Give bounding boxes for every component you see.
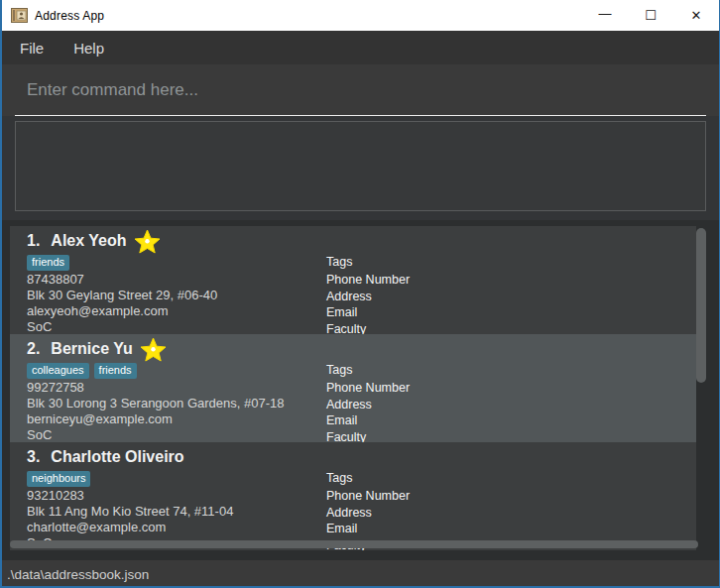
field-label: Tags [326, 253, 696, 272]
field-label: Tags [326, 361, 696, 380]
favorite-star-icon [134, 229, 161, 254]
window-title: Address App [35, 9, 104, 23]
favorite-star-icon [140, 337, 167, 362]
field-label-column: Tags Phone Number Address Email Faculty [326, 230, 696, 334]
field-label: Address [326, 289, 696, 305]
app-icon [11, 8, 28, 23]
field-label: Email [326, 521, 696, 537]
horizontal-scrollbar-thumb[interactable] [10, 540, 698, 548]
person-name: Charlotte Oliveiro [51, 448, 183, 466]
person-email: charlotte@example.com [27, 520, 326, 535]
person-address: Blk 30 Geylang Street 29, #06-40 [27, 288, 326, 303]
result-pane [2, 116, 719, 220]
person-card[interactable]: 2. Bernice Yu colleaguesfriends 99272758… [10, 334, 696, 442]
person-address: Blk 11 Ang Mo Kio Street 74, #11-04 [27, 504, 326, 520]
tag-badge: friends [94, 363, 137, 379]
field-label: Tags [326, 469, 696, 488]
field-label: Phone Number [326, 488, 696, 505]
bottom-gap [2, 552, 719, 560]
person-name: Bernice Yu [51, 340, 132, 358]
vertical-scrollbar-thumb[interactable] [696, 228, 706, 383]
menu-help[interactable]: Help [73, 40, 104, 57]
person-name: Alex Yeoh [51, 232, 126, 250]
person-faculty: SoC [27, 427, 326, 442]
tag-badge: colleagues [27, 363, 89, 379]
person-card[interactable]: 1. Alex Yeoh friends 87438807 Blk 30 Gey… [10, 226, 696, 334]
person-tags: neighbours [27, 469, 326, 488]
person-index: 2. [27, 340, 40, 358]
data-file-path: .\data\addressbook.json [7, 567, 149, 582]
app-window: Address App — ☐ ✕ File Help 1. Alex Yeoh [0, 0, 720, 588]
tag-badge: neighbours [27, 471, 90, 487]
person-index: 1. [27, 232, 40, 250]
person-card[interactable]: 3. Charlotte Oliveiro neighbours 9321028… [10, 442, 696, 550]
person-address: Blk 30 Lorong 3 Serangoon Gardens, #07-1… [27, 396, 326, 412]
field-label: Address [326, 397, 696, 413]
command-pane [2, 64, 719, 116]
person-index: 3. [27, 448, 40, 466]
field-label: Address [326, 505, 696, 522]
result-display[interactable] [15, 121, 706, 211]
person-faculty: SoC [27, 319, 326, 334]
person-phone: 99272758 [27, 380, 326, 396]
menu-bar: File Help [2, 31, 719, 64]
person-phone: 87438807 [27, 272, 326, 288]
minimize-button[interactable]: — [582, 0, 628, 31]
field-label-column: Tags Phone Number Address Email Faculty [326, 446, 696, 550]
person-phone: 93210283 [27, 488, 326, 504]
field-label: Faculty [326, 321, 696, 335]
field-label-column: Tags Phone Number Address Email Faculty [326, 338, 696, 442]
person-tags: friends [27, 253, 326, 272]
status-bar: .\data\addressbook.json [2, 560, 719, 588]
command-input[interactable] [15, 70, 706, 116]
title-bar: Address App — ☐ ✕ [2, 0, 719, 31]
maximize-button[interactable]: ☐ [628, 0, 673, 31]
person-email: berniceyu@example.com [27, 412, 326, 427]
person-email: alexyeoh@example.com [27, 303, 326, 319]
field-label: Email [326, 304, 696, 321]
menu-file[interactable]: File [20, 40, 44, 57]
field-label: Email [326, 412, 696, 429]
close-button[interactable]: ✕ [673, 0, 719, 31]
person-list: 1. Alex Yeoh friends 87438807 Blk 30 Gey… [10, 226, 696, 550]
tag-badge: friends [27, 255, 69, 271]
person-tags: colleaguesfriends [27, 361, 326, 380]
field-label: Phone Number [326, 380, 696, 397]
field-label: Faculty [326, 429, 696, 443]
person-list-panel: 1. Alex Yeoh friends 87438807 Blk 30 Gey… [2, 220, 719, 552]
field-label: Phone Number [326, 272, 696, 289]
